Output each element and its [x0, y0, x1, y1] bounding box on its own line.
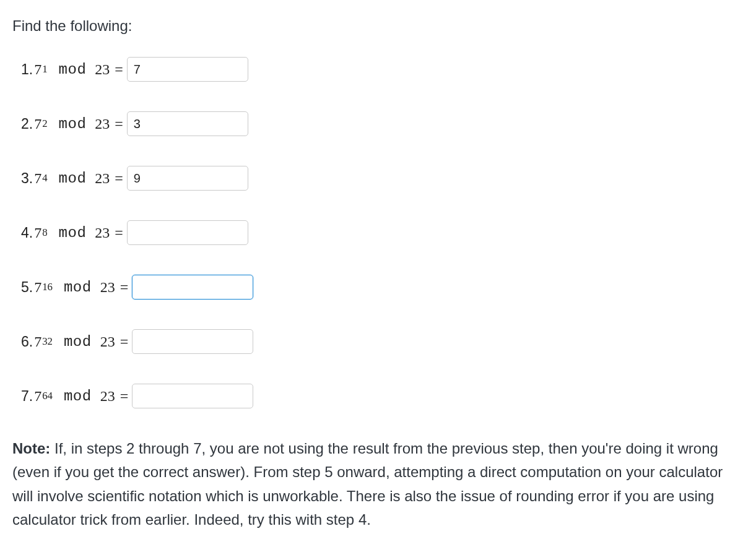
math-expression: 72 mod 23 = — [34, 116, 127, 132]
page-heading: Find the following: — [12, 17, 731, 35]
base: 7 — [34, 170, 41, 187]
modulus: 23 — [95, 225, 110, 241]
answer-input-2[interactable] — [127, 111, 248, 136]
modulus: 23 — [95, 170, 110, 187]
equals: = — [115, 225, 123, 241]
question-page: Find the following: 1. 71 mod 23 = 2. 72… — [0, 0, 743, 545]
base: 7 — [34, 61, 41, 78]
equals: = — [115, 116, 123, 132]
note-text: If, in steps 2 through 7, you are not us… — [12, 440, 723, 528]
problem-index: 5. — [21, 279, 33, 296]
answer-input-4[interactable] — [127, 220, 248, 245]
problem-row: 2. 72 mod 23 = — [21, 109, 731, 139]
modulus: 23 — [100, 334, 115, 350]
problem-index: 4. — [21, 225, 33, 241]
answer-input-6[interactable] — [132, 329, 253, 354]
problem-row: 6. 732 mod 23 = — [21, 327, 731, 356]
mod-label: mod — [59, 61, 87, 78]
mod-label: mod — [59, 170, 87, 187]
problem-row: 4. 78 mod 23 = — [21, 218, 731, 248]
mod-label: mod — [64, 279, 92, 296]
answer-input-5[interactable] — [132, 275, 253, 299]
equals: = — [120, 279, 129, 296]
mod-label: mod — [59, 116, 87, 132]
equals: = — [120, 334, 129, 350]
modulus: 23 — [100, 279, 115, 296]
equals: = — [115, 61, 123, 78]
math-expression: 764 mod 23 = — [34, 388, 132, 405]
problem-index: 3. — [21, 170, 33, 187]
mod-label: mod — [64, 334, 92, 350]
base: 7 — [34, 388, 41, 405]
note-block: Note: If, in steps 2 through 7, you are … — [12, 437, 731, 532]
base: 7 — [34, 116, 41, 132]
problem-list: 1. 71 mod 23 = 2. 72 mod 23 = 3. 74 m — [21, 54, 731, 411]
math-expression: 716 mod 23 = — [34, 279, 132, 296]
base: 7 — [34, 279, 41, 296]
problem-index: 6. — [21, 334, 33, 350]
math-expression: 71 mod 23 = — [34, 61, 127, 78]
problem-index: 2. — [21, 116, 33, 132]
problem-row: 1. 71 mod 23 = — [21, 54, 731, 84]
answer-input-7[interactable] — [132, 384, 253, 408]
note-bold: Note: — [12, 440, 50, 457]
math-expression: 732 mod 23 = — [34, 334, 132, 350]
math-expression: 74 mod 23 = — [34, 170, 127, 187]
modulus: 23 — [95, 116, 110, 132]
modulus: 23 — [95, 61, 110, 78]
answer-input-1[interactable] — [127, 57, 248, 82]
base: 7 — [34, 334, 41, 350]
mod-label: mod — [59, 225, 87, 241]
problem-row: 5. 716 mod 23 = — [21, 272, 731, 302]
answer-input-3[interactable] — [127, 166, 248, 191]
math-expression: 78 mod 23 = — [34, 225, 127, 241]
modulus: 23 — [100, 388, 115, 405]
problem-row: 3. 74 mod 23 = — [21, 163, 731, 193]
problem-index: 7. — [21, 388, 33, 405]
problem-row: 7. 764 mod 23 = — [21, 381, 731, 411]
problem-index: 1. — [21, 61, 33, 78]
mod-label: mod — [64, 388, 92, 405]
base: 7 — [34, 225, 41, 241]
equals: = — [115, 170, 123, 187]
equals: = — [120, 388, 129, 405]
